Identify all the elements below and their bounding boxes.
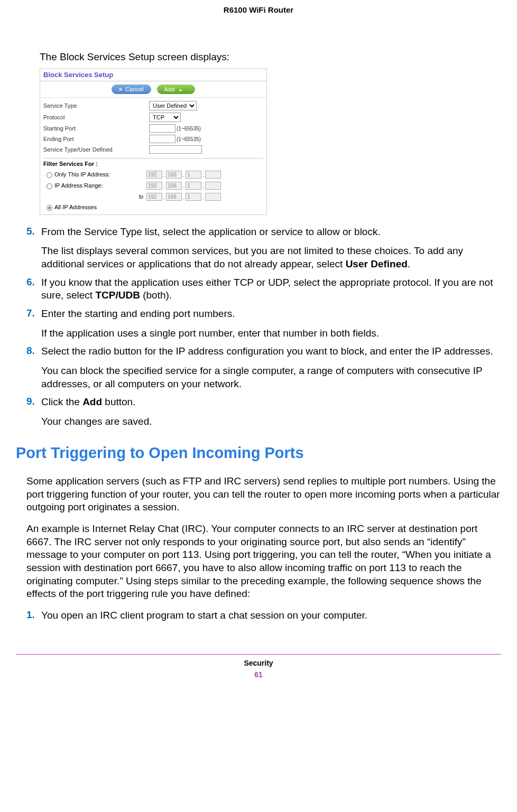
step-number: 5.: [26, 226, 41, 271]
ip-octet-2[interactable]: [166, 171, 182, 179]
filter-title: Filter Services For :: [43, 161, 263, 167]
paragraph-1: Some application servers (such as FTP an…: [26, 475, 501, 514]
range-to-octet-1[interactable]: [146, 193, 162, 201]
bold-add: Add: [82, 396, 102, 407]
step-list-2: 1. You open an IRC client program to sta…: [26, 609, 501, 622]
chevron-right-icon: ▸: [180, 87, 182, 92]
step-para: Your changes are saved.: [41, 415, 501, 428]
close-icon: ×: [119, 86, 122, 92]
step-number: 8.: [26, 345, 41, 390]
protocol-select[interactable]: TCP: [149, 113, 181, 122]
ip-octet-4[interactable]: [205, 171, 221, 179]
step-text-post: button.: [102, 396, 135, 407]
step-para: If the application uses a single port nu…: [41, 327, 501, 340]
page-footer: Security 61: [16, 654, 501, 679]
ip-octet-1[interactable]: [146, 171, 162, 179]
cancel-label: Cancel: [125, 86, 143, 92]
step-number: 9.: [26, 396, 41, 428]
step-6: 6. If you know that the application uses…: [26, 276, 501, 302]
step-number: 6.: [26, 276, 41, 302]
radio-icon: [47, 205, 52, 211]
step-text: From the Service Type list, select the a…: [41, 226, 381, 237]
ending-port-label: Ending Port: [43, 136, 149, 142]
step-1: 1. You open an IRC client program to sta…: [26, 609, 501, 622]
intro-text: The Block Services Setup screen displays…: [40, 51, 501, 63]
screenshot-title: Block Services Setup: [40, 69, 266, 81]
range-from-octet-2[interactable]: [166, 182, 182, 190]
radio-icon: [47, 183, 52, 189]
range-from-octet-3[interactable]: [186, 182, 201, 190]
add-label: Add: [164, 86, 175, 92]
step-para: You can block the specified service for …: [41, 365, 501, 390]
starting-port-hint: (1~65535): [177, 126, 201, 132]
starting-port-input[interactable]: [149, 124, 176, 133]
step-number: 7.: [26, 307, 41, 340]
protocol-label: Protocol: [43, 114, 149, 120]
range-to-octet-2[interactable]: [166, 193, 182, 201]
only-this-ip-radio[interactable]: Only This IP Address:: [43, 171, 146, 178]
step-text: Select the radio button for the IP addre…: [41, 346, 493, 357]
step-list: 5. From the Service Type list, select th…: [26, 226, 501, 428]
range-from-octet-1[interactable]: [146, 182, 162, 190]
step-number: 1.: [26, 609, 41, 622]
cancel-button[interactable]: ×Cancel: [112, 85, 151, 94]
service-user-defined-input[interactable]: [149, 145, 202, 154]
paragraph-2: An example is Internet Relay Chat (IRC).…: [26, 522, 501, 601]
range-to-label: to: [43, 194, 146, 200]
step-text: Enter the starting and ending port numbe…: [41, 308, 235, 319]
ip-range-radio[interactable]: IP Address Range:: [43, 182, 146, 189]
page-header: R6100 WiFi Router: [16, 5, 501, 14]
bold-tcp-udb: TCP/UDB: [95, 290, 140, 301]
range-from-octet-4[interactable]: [205, 182, 221, 190]
range-to-octet-4[interactable]: [205, 193, 221, 201]
add-button[interactable]: Add▸: [157, 85, 196, 94]
service-type-select[interactable]: User Defined: [149, 101, 197, 110]
bold-user-defined: User Defined: [346, 258, 408, 269]
radio-icon: [47, 172, 52, 178]
step-text: You open an IRC client program to start …: [41, 610, 367, 621]
range-to-octet-3[interactable]: [186, 193, 201, 201]
screenshot-button-bar: ×Cancel Add▸: [40, 81, 266, 98]
step-7: 7. Enter the starting and ending port nu…: [26, 307, 501, 340]
block-services-screenshot: Block Services Setup ×Cancel Add▸ Servic…: [40, 68, 267, 215]
step-text-post: (both).: [140, 290, 172, 301]
footer-section-label: Security: [16, 659, 501, 667]
allall-ip-radio[interactable]: All IP Addresses: [43, 204, 146, 211]
ip-octet-3[interactable]: [186, 171, 201, 179]
service-user-defined-label: Service Type/User Defined: [43, 146, 149, 153]
step-9: 9. Click the Add button. Your changes ar…: [26, 396, 501, 428]
ending-port-hint: (1~65535): [177, 136, 201, 142]
step-text-pre: Click the: [41, 396, 82, 407]
step-5: 5. From the Service Type list, select th…: [26, 226, 501, 271]
step-8: 8. Select the radio button for the IP ad…: [26, 345, 501, 390]
footer-page-number: 61: [16, 670, 501, 679]
starting-port-label: Starting Port: [43, 125, 149, 132]
section-heading-port-triggering: Port Triggering to Open Incoming Ports: [16, 444, 501, 462]
ending-port-input[interactable]: [149, 135, 176, 143]
service-type-label: Service Type: [43, 102, 149, 109]
